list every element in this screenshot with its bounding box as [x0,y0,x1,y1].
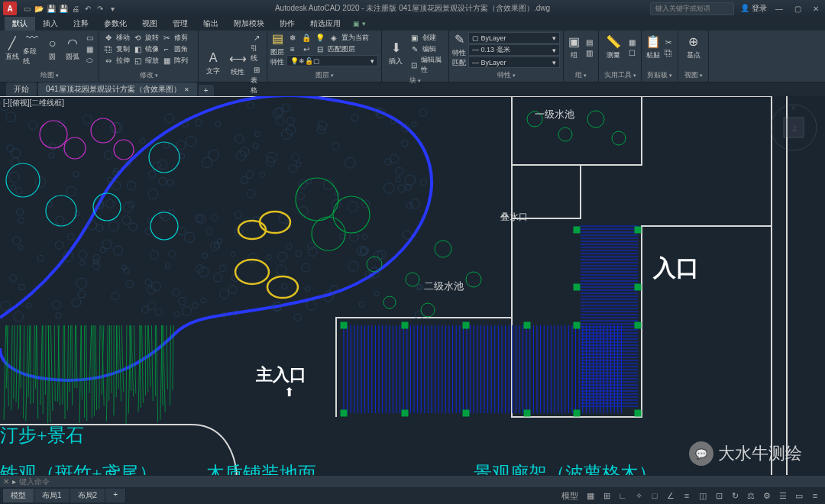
status-ws-icon[interactable]: ⚙ [760,489,774,502]
tab-annotate[interactable]: 注释 [66,17,96,31]
linetype-dropdown[interactable]: — ByLayer▾ [468,57,560,68]
layout-tab-model[interactable]: 模型 [3,489,34,502]
qat-undo-icon[interactable]: ↶ [82,3,93,14]
tab-output[interactable]: 输出 [196,17,226,31]
edit-block-icon[interactable]: ✎ [409,44,421,54]
status-clean-icon[interactable]: ▭ [792,489,806,502]
status-anno-icon[interactable]: ⚖ [744,489,758,502]
paste-button[interactable]: 📋粘贴 [645,32,661,63]
qat-saveas-icon[interactable]: 💾 [58,3,69,14]
tab-default[interactable]: 默认 [5,17,35,31]
command-line[interactable]: ✕ ▸ [0,475,825,487]
tab-parametric[interactable]: 参数化 [96,17,134,31]
qat-open-icon[interactable]: 📂 [34,3,44,14]
close-icon[interactable]: ✕ [810,4,822,13]
trim-button[interactable]: ✂ [160,32,173,43]
status-customize-icon[interactable]: ≡ [808,489,822,502]
qat-save-icon[interactable]: 💾 [46,3,57,14]
app-logo-icon[interactable]: A [3,2,17,15]
layer-dropdown[interactable]: 💡❄🔓▢▾ [286,55,378,66]
edit-attr-icon[interactable]: ⊡ [409,60,419,70]
tab-insert[interactable]: 插入 [35,17,66,31]
layer-state-icon[interactable]: ⊟ [314,44,326,54]
status-model[interactable]: 模型 [558,489,581,502]
viewcube[interactable]: 上N [767,101,820,154]
maximize-icon[interactable]: ▢ [791,4,804,13]
select-icon[interactable]: ☐ [626,47,638,58]
array-button[interactable]: ▦ [160,55,173,66]
text-button[interactable]: A文字 [202,49,225,79]
mirror-button[interactable]: ◧ [131,44,144,54]
layout-tab-add[interactable]: + [105,489,126,502]
close-tab-icon[interactable]: ✕ [184,86,189,93]
measure-button[interactable]: 📏测量 [602,32,624,63]
cut-icon[interactable]: ✂ [662,37,675,47]
drawing-canvas[interactable]: [-][俯视][二维线框] [0,96,825,475]
ellipse-icon[interactable]: ⬭ [83,55,95,66]
table-button[interactable]: ⊞ [251,64,263,75]
tab-addins[interactable]: 附加模块 [226,17,272,31]
layer-match-icon[interactable]: ≡ [286,44,299,54]
status-qp-icon[interactable]: ⊡ [712,489,726,502]
status-polar-icon[interactable]: ✧ [632,489,645,502]
status-monitor-icon[interactable]: ☰ [776,489,790,502]
qat-redo-icon[interactable]: ↷ [95,3,105,14]
status-grid-icon[interactable]: ▦ [584,489,597,502]
status-snap-icon[interactable]: ⊞ [600,489,613,502]
stretch-button[interactable]: ⇔ [102,55,115,66]
polyline-button[interactable]: 〰多段线 [23,34,41,64]
layout-tab-1[interactable]: 布局1 [34,489,70,502]
cmdline-close-icon[interactable]: ✕ [3,477,9,486]
new-tab-button[interactable]: + [199,85,214,96]
layer-off-icon[interactable]: 💡 [314,32,326,43]
status-ortho-icon[interactable]: ∟ [616,489,629,502]
leader-button[interactable]: ↗ [251,32,263,43]
tab-overflow-icon[interactable]: ▣ ▾ [353,20,366,27]
file-tab-drawing[interactable]: 041屋顶花园景观设计方案（含效果图）✕ [38,82,197,96]
layer-freeze-icon[interactable]: ❄ [286,32,299,43]
calc-icon[interactable]: ▦ [626,37,638,47]
insert-block-button[interactable]: ⬇插入 [385,38,407,69]
file-tab-start[interactable]: 开始 [6,82,37,96]
qat-plot-icon[interactable]: 🖨 [70,3,81,14]
layer-props-button[interactable]: ▤图层特性 [270,34,285,65]
layer-prev-icon[interactable]: ↩ [300,44,312,54]
rect-icon[interactable]: ▭ [83,32,95,43]
login-button[interactable]: 👤 登录 [740,3,767,14]
copy-clip-icon[interactable]: ⿻ [662,47,675,58]
layout-tab-2[interactable]: 布局2 [70,489,106,502]
tab-featured[interactable]: 精选应用 [302,17,348,31]
circle-button[interactable]: ○圆 [44,34,62,64]
match-props-button[interactable]: ✎特性匹配 [452,35,467,66]
status-cycling-icon[interactable]: ↻ [728,489,742,502]
qat-new-icon[interactable]: ▭ [21,3,32,14]
basepoint-button[interactable]: ⊕基点 [681,32,705,63]
create-block-icon[interactable]: ▣ [409,32,421,43]
group-button[interactable]: ▣组 [567,32,581,63]
status-osnap-icon[interactable]: □ [648,489,662,502]
tab-view[interactable]: 视图 [134,17,165,31]
status-lwt-icon[interactable]: ≡ [680,489,694,502]
ungroup-icon[interactable]: ▤ [583,37,595,47]
layer-lock-icon[interactable]: 🔒 [300,32,312,43]
tab-collab[interactable]: 协作 [272,17,302,31]
help-search-input[interactable]: 键入关键字或短语 [650,2,734,15]
status-otrack-icon[interactable]: ∠ [664,489,678,502]
qat-dropdown-icon[interactable]: ▾ [107,3,118,14]
minimize-icon[interactable]: — [773,4,785,13]
arc-button[interactable]: ◠圆弧 [63,34,82,64]
hatch-icon[interactable]: ▦ [83,44,95,54]
move-button[interactable]: ✥ [102,32,115,43]
status-transparency-icon[interactable]: ◫ [696,489,710,502]
color-dropdown[interactable]: ▢ ByLayer▾ [468,32,560,44]
dimension-button[interactable]: ⟷线性 [226,49,249,79]
scale-button[interactable]: ◱ [131,55,144,66]
fillet-button[interactable]: ⌐ [160,44,173,54]
layer-iso-icon[interactable]: ◈ [328,32,340,43]
command-input[interactable] [19,477,822,486]
tab-manage[interactable]: 管理 [165,17,196,31]
group-edit-icon[interactable]: ▥ [583,47,595,58]
rotate-button[interactable]: ⟲ [131,32,144,43]
copy-button[interactable]: ⿻ [102,44,115,54]
line-button[interactable]: ╱直线 [3,34,21,64]
